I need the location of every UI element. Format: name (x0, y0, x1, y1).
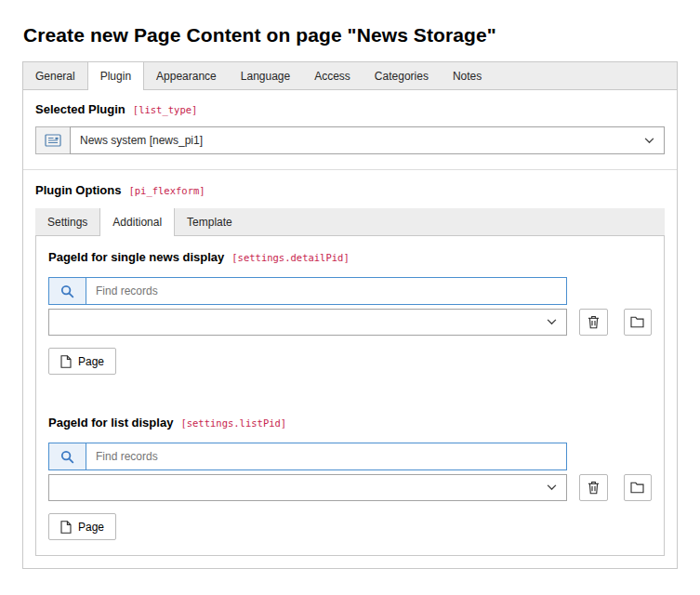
plugin-options-field-key: [pi_flexform] (128, 185, 205, 196)
detail-pid-field-key: [settings.detailPid] (231, 252, 349, 263)
delete-record-button[interactable] (579, 474, 608, 501)
trash-icon (588, 315, 600, 329)
flexform-tab-content-additional: PageId for single news display [settings… (35, 236, 665, 556)
selected-plugin-label-row: Selected Plugin [list_type] (35, 102, 665, 116)
chevron-down-icon (547, 484, 557, 491)
plugin-icon (35, 126, 70, 154)
page-title: Create new Page Content on page "News St… (23, 24, 678, 46)
search-icon (49, 443, 86, 469)
tab-plugin[interactable]: Plugin (87, 62, 144, 90)
add-page-button[interactable]: Page (48, 513, 116, 540)
list-pid-search-input[interactable] (86, 443, 566, 469)
section-divider (23, 169, 677, 170)
chevron-down-icon (547, 319, 557, 325)
chevron-down-icon (644, 138, 654, 144)
selected-plugin-value: News system [news_pi1] (80, 134, 203, 147)
detail-pid-select-row (48, 309, 652, 336)
selected-plugin-input-group: News system [news_pi1] (35, 126, 665, 154)
detail-pid-label-row: PageId for single news display [settings… (48, 250, 652, 264)
field-detail-pid: PageId for single news display [settings… (48, 250, 652, 375)
field-list-pid: PageId for list display [settings.listPi… (48, 416, 652, 540)
detail-pid-record-search (48, 277, 567, 305)
plugin-options-label-row: Plugin Options [pi_flexform] (35, 183, 665, 197)
detail-pid-select[interactable] (48, 309, 567, 336)
folder-icon (630, 482, 644, 494)
delete-record-button[interactable] (579, 309, 608, 336)
new-content-form-page: Create new Page Content on page "News St… (0, 24, 700, 569)
record-edit-form: General Plugin Appearance Language Acces… (22, 61, 678, 569)
flexform-tab-bar: Settings Additional Template (35, 208, 665, 236)
plugin-options-label: Plugin Options (35, 183, 121, 197)
list-pid-record-search (48, 443, 567, 470)
tab-settings[interactable]: Settings (35, 208, 99, 235)
add-page-button[interactable]: Page (48, 348, 116, 375)
list-pid-select-row (48, 474, 652, 501)
detail-pid-label: PageId for single news display (48, 250, 224, 264)
tab-content-plugin: Selected Plugin [list_type] News system … (23, 90, 677, 568)
tab-additional[interactable]: Additional (99, 208, 175, 236)
list-pid-label: PageId for list display (48, 416, 173, 430)
detail-pid-search-input[interactable] (86, 278, 566, 304)
tab-access[interactable]: Access (302, 62, 363, 89)
tab-appearance[interactable]: Appearance (144, 62, 229, 89)
flexform-panel: Settings Additional Template PageId for … (35, 208, 665, 556)
tab-template[interactable]: Template (175, 208, 244, 235)
list-pid-field-key: [settings.listPid] (180, 417, 286, 429)
browse-records-button[interactable] (624, 474, 653, 501)
tab-notes[interactable]: Notes (441, 62, 494, 89)
page-icon (60, 355, 72, 368)
page-icon (60, 521, 72, 534)
main-tab-bar: General Plugin Appearance Language Acces… (23, 62, 677, 90)
list-pid-select[interactable] (48, 474, 567, 501)
selected-plugin-select[interactable]: News system [news_pi1] (70, 126, 665, 154)
list-pid-label-row: PageId for list display [settings.listPi… (48, 416, 652, 430)
trash-icon (588, 481, 600, 495)
selected-plugin-label: Selected Plugin (35, 102, 125, 116)
selected-plugin-field-key: [list_type] (133, 104, 198, 115)
search-icon (49, 278, 86, 304)
page-button-label: Page (78, 521, 104, 534)
page-button-label: Page (78, 355, 104, 368)
tab-categories[interactable]: Categories (363, 62, 441, 89)
browse-records-button[interactable] (624, 309, 653, 336)
tab-language[interactable]: Language (229, 62, 302, 89)
tab-general[interactable]: General (23, 62, 87, 89)
folder-icon (630, 316, 644, 328)
